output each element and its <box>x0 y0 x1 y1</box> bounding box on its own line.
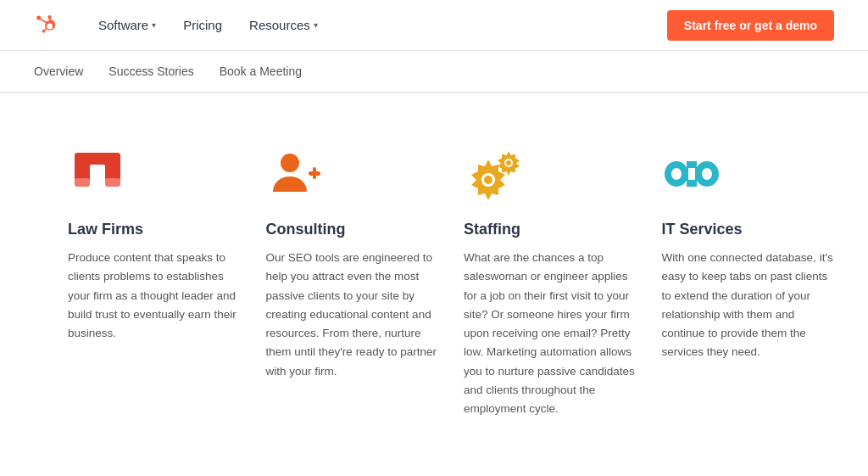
nav-resources-label: Resources <box>249 18 310 32</box>
nav-pricing[interactable]: Pricing <box>171 11 234 39</box>
svg-point-14 <box>506 160 511 165</box>
card-staffing-title: Staffing <box>464 221 637 238</box>
logo[interactable] <box>34 12 61 39</box>
nav-resources-chevron: ▾ <box>314 20 318 30</box>
card-law-firms: Law Firms Produce content that speaks to… <box>68 144 241 418</box>
subnav-overview[interactable]: Overview <box>34 53 83 92</box>
card-consulting-text: Our SEO tools are engineered to help you… <box>266 249 439 381</box>
svg-rect-18 <box>702 168 712 180</box>
sub-nav: Overview Success Stories Book a Meeting <box>0 51 868 93</box>
nav-software[interactable]: Software ▾ <box>86 11 168 39</box>
gear-settings-icon <box>464 144 523 204</box>
nav-pricing-label: Pricing <box>183 18 222 32</box>
svg-point-6 <box>281 154 299 172</box>
subnav-book-meeting[interactable]: Book a Meeting <box>220 53 302 92</box>
svg-rect-5 <box>90 165 105 187</box>
card-consulting-title: Consulting <box>266 221 439 238</box>
svg-rect-3 <box>75 178 90 187</box>
card-law-firms-title: Law Firms <box>68 221 241 238</box>
svg-rect-8 <box>313 167 316 179</box>
cards-grid: Law Firms Produce content that speaks to… <box>68 144 834 418</box>
svg-rect-4 <box>105 178 120 187</box>
nav-resources[interactable]: Resources ▾ <box>237 11 330 39</box>
subnav-success-stories[interactable]: Success Stories <box>108 53 193 92</box>
card-staffing-text: What are the chances a top saleswoman or… <box>464 249 637 418</box>
svg-rect-16 <box>671 168 682 180</box>
svg-point-11 <box>484 176 492 184</box>
card-it-services-text: With one connected database, it's easy t… <box>662 249 835 362</box>
nav-software-label: Software <box>98 18 148 32</box>
card-law-firms-text: Produce content that speaks to clients p… <box>68 249 241 343</box>
card-consulting: Consulting Our SEO tools are engineered … <box>266 144 439 418</box>
nav-software-chevron: ▾ <box>152 20 156 30</box>
card-it-services-title: IT Services <box>662 221 835 238</box>
person-plus-icon <box>266 144 326 204</box>
top-nav: Software ▾ Pricing Resources ▾ Start fre… <box>0 0 868 51</box>
link-chain-icon <box>662 144 721 204</box>
main-content: Law Firms Produce content that speaks to… <box>0 93 868 469</box>
nav-items: Software ▾ Pricing Resources ▾ <box>86 11 667 39</box>
card-staffing: Staffing What are the chances a top sale… <box>464 144 637 418</box>
svg-rect-20 <box>688 168 695 180</box>
magnet-icon <box>68 144 127 204</box>
cta-button[interactable]: Start free or get a demo <box>667 10 834 41</box>
card-it-services: IT Services With one connected database,… <box>662 144 835 418</box>
